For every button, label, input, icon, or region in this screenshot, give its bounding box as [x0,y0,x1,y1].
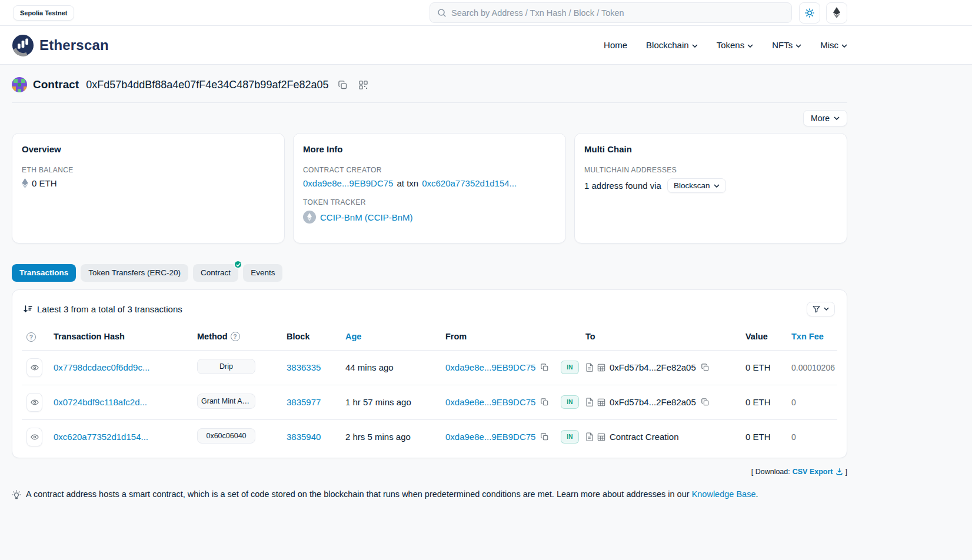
download-row: [ Download: CSV Export ] [12,468,847,476]
method-badge[interactable]: 0x60c06040 [197,428,255,444]
method-badge[interactable]: Drip [197,359,255,374]
copy-from-button[interactable] [540,432,550,442]
copy-address-button[interactable] [337,79,349,91]
tab-transactions[interactable]: Transactions [12,264,76,282]
blockscan-select[interactable]: Blockscan [667,178,727,193]
eth-balance-value: 0 ETH [32,178,57,188]
chevron-down-icon [692,43,698,48]
to-address[interactable]: 0xFd57b4...2Fe82a05 [610,397,696,407]
table-header-row: ? Transaction Hash Method? Block Age Fro… [22,327,837,351]
col-age[interactable]: Age [341,327,441,351]
tab-events[interactable]: Events [243,264,282,282]
creator-address-link[interactable]: 0xda9e8e...9EB9DC75 [303,178,393,188]
chevron-down-icon [834,116,840,120]
nav-blockchain[interactable]: Blockchain [646,40,698,50]
copy-to-button[interactable] [700,397,710,407]
chevron-down-icon [841,43,847,48]
more-button[interactable]: More [803,110,847,126]
contract-file-icon [585,432,593,441]
contract-creator-label: CONTRACT CREATOR [303,166,556,174]
help-icon[interactable]: ? [231,332,240,341]
tx-hash-link[interactable]: 0xc620a77352d1d154... [54,432,148,442]
nav-tokens[interactable]: Tokens [717,40,754,50]
tx-hash-link[interactable]: 0x7798dcdaec0f6dd9c... [54,362,149,372]
card-title: More Info [303,144,556,154]
chevron-down-icon [747,43,753,48]
tab-token-transfers[interactable]: Token Transfers (ERC-20) [81,264,188,282]
download-suffix: ] [845,468,847,476]
address-identicon [12,77,27,92]
chevron-down-icon [824,307,829,311]
footer-note: A contract address hosts a smart contrac… [12,489,847,499]
to-address[interactable]: Contract Creation [610,432,679,442]
creation-txn-link[interactable]: 0xc620a77352d1d154... [422,178,517,188]
transactions-summary: Latest 3 from a total of 3 transactions [37,304,182,314]
block-link[interactable]: 3835977 [287,397,321,407]
knowledge-base-link[interactable]: Knowledge Base [692,489,756,499]
col-value: Value [741,327,787,351]
direction-badge: IN [561,395,579,409]
tx-preview-button[interactable] [26,358,42,377]
qr-code-button[interactable] [357,79,370,91]
tx-hash-link[interactable]: 0x0724bdf9c118afc2d... [54,397,147,407]
copy-from-button[interactable] [540,397,550,407]
card-title: Overview [22,144,275,154]
transactions-table: ? Transaction Hash Method? Block Age Fro… [22,327,837,454]
transaction-row: 0xc620a77352d1d154... 0x60c06040 3835940… [22,419,837,454]
divider [12,102,847,103]
col-block: Block [282,327,341,351]
network-switch-button[interactable] [826,2,847,24]
contract-file-icon [585,398,593,406]
table-toolbar: Latest 3 from a total of 3 transactions [22,290,837,327]
direction-badge: IN [561,430,579,444]
from-address-link[interactable]: 0xda9e8e...9EB9DC75 [445,397,535,407]
search-icon [437,8,447,18]
filter-button[interactable] [807,302,835,316]
contract-title-row: Contract 0xFd57b4ddBf88a4e07fF4e34C487b9… [12,65,847,92]
transactions-tbody: 0x7798dcdaec0f6dd9c... Drip 3836335 44 m… [22,350,837,454]
etherscan-logo[interactable]: Etherscan [12,34,109,56]
eye-icon [31,364,39,372]
from-address-link[interactable]: 0xda9e8e...9EB9DC75 [445,362,535,372]
filter-funnel-icon [813,305,820,313]
search-box[interactable] [430,2,792,23]
network-badge[interactable]: Sepolia Testnet [13,5,74,21]
page-content: Contract 0xFd57b4ddBf88a4e07fF4e34C487b9… [12,65,847,499]
method-badge[interactable]: Grant Mint An... [197,394,255,409]
contract-creation-icon [597,398,605,406]
col-to: To [581,327,741,351]
copy-from-button[interactable] [540,362,550,372]
block-link[interactable]: 3835940 [287,432,321,442]
token-tracker-link[interactable]: CCIP-BnM (CCIP-BnM) [320,212,413,222]
nav-nfts[interactable]: NFTs [772,40,801,50]
eth-balance-label: ETH BALANCE [22,166,275,174]
csv-export-link[interactable]: CSV Export [793,468,843,476]
copy-to-button[interactable] [700,362,710,372]
col-txn-fee[interactable]: Txn Fee [787,327,837,351]
copy-icon [541,398,548,406]
tab-contract[interactable]: Contract [193,264,238,282]
contract-creation-icon [597,433,605,441]
tx-preview-button[interactable] [26,428,42,446]
txn-fee-value: 0 [791,398,796,407]
search-input[interactable] [451,8,784,18]
tab-bar: Transactions Token Transfers (ERC-20) Co… [12,264,847,282]
nav-misc[interactable]: Misc [820,40,847,50]
eth-diamond-icon [22,178,28,188]
nav-home[interactable]: Home [604,40,627,50]
tx-preview-button[interactable] [26,393,42,412]
direction-badge: IN [561,361,579,374]
help-icon[interactable]: ? [26,332,36,342]
info-cards: Overview ETH BALANCE 0 ETH More Info CON… [12,133,847,244]
copy-icon [541,364,548,371]
value-amount: 0 ETH [745,432,771,442]
theme-toggle-button[interactable] [799,2,820,24]
transaction-row: 0x0724bdf9c118afc2d... Grant Mint An... … [22,385,837,419]
from-address-link[interactable]: 0xda9e8e...9EB9DC75 [445,432,535,442]
block-link[interactable]: 3836335 [287,362,321,372]
note-suffix: . [755,489,758,499]
verified-check-icon [234,260,242,269]
copy-icon [338,81,347,89]
value-amount: 0 ETH [745,362,771,372]
to-address[interactable]: 0xFd57b4...2Fe82a05 [610,362,696,372]
